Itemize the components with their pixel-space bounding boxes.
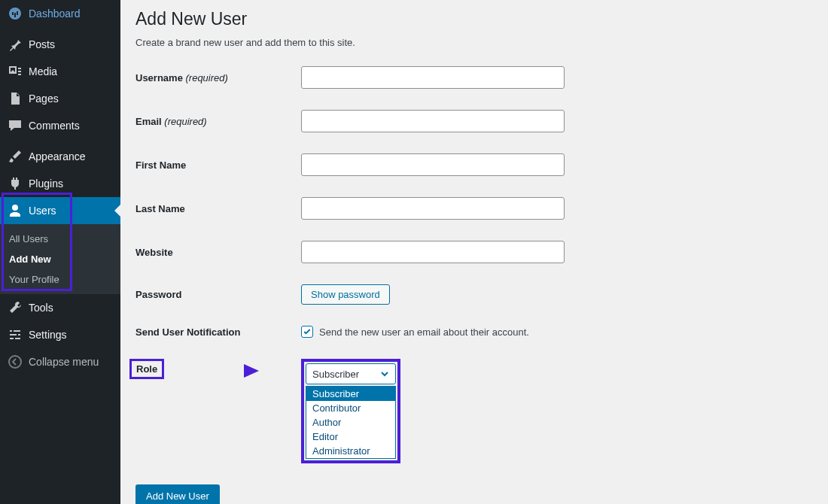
- pin-icon: [8, 37, 23, 52]
- collapse-icon: [8, 354, 23, 369]
- role-option-administrator[interactable]: Administrator: [306, 444, 395, 458]
- submenu-add-new[interactable]: Add New: [0, 249, 120, 269]
- sidebar-item-comments[interactable]: Comments: [0, 112, 120, 139]
- sidebar-item-dashboard[interactable]: Dashboard: [0, 0, 120, 27]
- sliders-icon: [8, 327, 23, 342]
- wrench-icon: [8, 300, 23, 315]
- role-option-contributor[interactable]: Contributor: [306, 401, 395, 415]
- sidebar-item-users[interactable]: Users: [0, 197, 120, 224]
- sidebar-item-media[interactable]: Media: [0, 58, 120, 85]
- annotation-role-select-highlight: Subscriber Subscriber Contributor Author…: [301, 359, 400, 463]
- collapse-menu[interactable]: Collapse menu: [0, 348, 120, 375]
- show-password-button[interactable]: Show password: [301, 284, 390, 305]
- dashboard-icon: [8, 6, 23, 21]
- website-input[interactable]: [301, 241, 565, 263]
- role-selected-value: Subscriber: [312, 369, 359, 380]
- role-label: Role: [136, 363, 157, 375]
- users-submenu: All Users Add New Your Profile: [0, 224, 120, 294]
- user-icon: [8, 203, 23, 218]
- brush-icon: [8, 149, 23, 164]
- notify-label: Send User Notification: [135, 326, 301, 338]
- menu-label: Posts: [29, 38, 55, 50]
- collapse-label: Collapse menu: [29, 356, 99, 368]
- page-intro: Create a brand new user and add them to …: [135, 37, 813, 48]
- website-label: Website: [135, 247, 301, 258]
- media-icon: [8, 64, 23, 79]
- sidebar-item-appearance[interactable]: Appearance: [0, 143, 120, 170]
- comments-icon: [8, 118, 23, 133]
- lastname-input[interactable]: [301, 197, 565, 220]
- menu-label: Settings: [29, 329, 67, 341]
- sidebar-item-pages[interactable]: Pages: [0, 85, 120, 112]
- admin-sidebar: Dashboard Posts Media Pages Comments App…: [0, 0, 120, 504]
- email-label: Email (required): [135, 116, 301, 127]
- chevron-down-icon: [380, 369, 389, 378]
- plug-icon: [8, 176, 23, 191]
- svg-point-0: [9, 356, 21, 368]
- annotation-role-highlight: Role: [129, 359, 164, 379]
- page-title: Add New User: [135, 9, 813, 29]
- menu-label: Pages: [29, 93, 59, 105]
- main-content: Add New User Create a brand new user and…: [120, 0, 828, 504]
- role-option-editor[interactable]: Editor: [306, 430, 395, 444]
- role-option-subscriber[interactable]: Subscriber: [306, 387, 395, 401]
- menu-label: Appearance: [29, 150, 86, 162]
- menu-label: Dashboard: [29, 8, 81, 20]
- check-icon: [303, 327, 312, 336]
- submit-button[interactable]: Add New User: [135, 484, 220, 504]
- email-input[interactable]: [301, 110, 565, 132]
- sidebar-item-tools[interactable]: Tools: [0, 294, 120, 321]
- firstname-input[interactable]: [301, 153, 565, 176]
- pages-icon: [8, 91, 23, 106]
- sidebar-item-settings[interactable]: Settings: [0, 321, 120, 348]
- submenu-your-profile[interactable]: Your Profile: [0, 269, 120, 290]
- notify-checkbox[interactable]: [301, 326, 313, 338]
- notify-description: Send the new user an email about their a…: [319, 326, 529, 338]
- password-label: Password: [135, 289, 301, 300]
- sidebar-item-posts[interactable]: Posts: [0, 31, 120, 58]
- submenu-all-users[interactable]: All Users: [0, 229, 120, 249]
- username-label: Username (required): [135, 72, 301, 83]
- firstname-label: First Name: [135, 159, 301, 171]
- lastname-label: Last Name: [135, 203, 301, 214]
- username-input[interactable]: [301, 66, 565, 89]
- sidebar-item-plugins[interactable]: Plugins: [0, 170, 120, 197]
- menu-label: Tools: [29, 302, 53, 314]
- menu-label: Media: [29, 65, 57, 77]
- menu-label: Users: [29, 205, 56, 217]
- role-option-author[interactable]: Author: [306, 415, 395, 430]
- role-dropdown: Subscriber Contributor Author Editor Adm…: [306, 386, 396, 459]
- menu-label: Plugins: [29, 178, 63, 190]
- menu-label: Comments: [29, 120, 80, 132]
- role-select[interactable]: Subscriber: [306, 363, 396, 384]
